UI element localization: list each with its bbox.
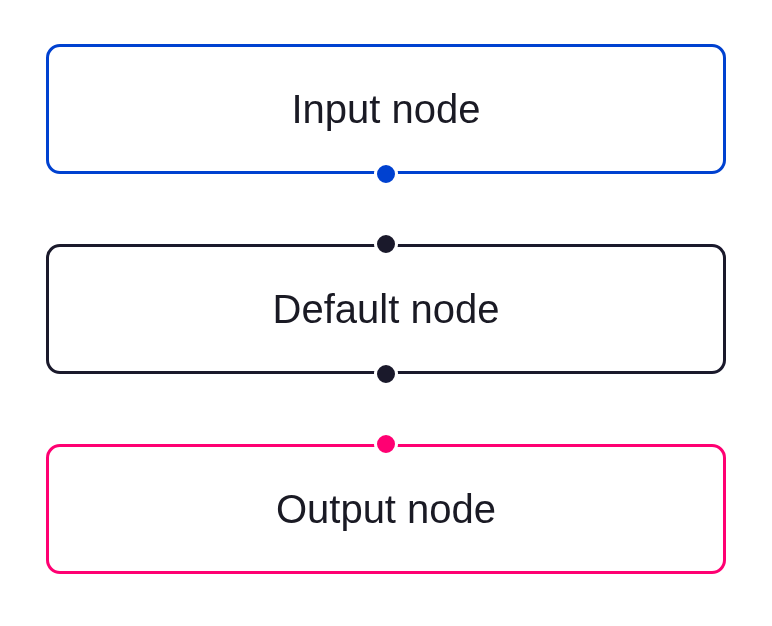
- input-node[interactable]: Input node: [46, 44, 726, 174]
- default-node[interactable]: Default node: [46, 244, 726, 374]
- input-node-source-handle[interactable]: [374, 162, 398, 186]
- default-node-source-handle[interactable]: [374, 362, 398, 386]
- output-node[interactable]: Output node: [46, 444, 726, 574]
- default-node-label: Default node: [273, 287, 500, 332]
- output-node-target-handle[interactable]: [374, 432, 398, 456]
- default-node-target-handle[interactable]: [374, 232, 398, 256]
- input-node-label: Input node: [291, 87, 480, 132]
- output-node-label: Output node: [276, 487, 496, 532]
